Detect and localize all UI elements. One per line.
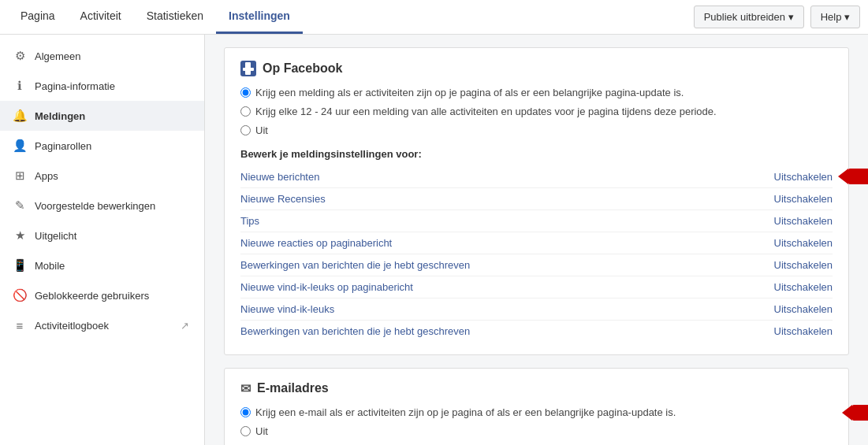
settings-row-1: Nieuwe berichten Uitschakelen [240,166,833,188]
email-radio-label-2: Uit [255,425,268,439]
email-radio-option-1: Krijg een e-mail als er activiteiten zij… [240,406,833,420]
sidebar-item-algemeen[interactable]: ⚙ Algemeen [0,41,204,71]
right-actions: Publiek uitbreiden ▾ Help ▾ [694,0,860,34]
email-title: ✉ E-mailadres [240,381,833,396]
row-4-label: Nieuwe reacties op paginabericht [240,237,392,249]
sidebar-item-label: Meldingen [35,110,192,122]
star-icon: ★ [13,228,27,243]
settings-row-2: Nieuwe Recensies Uitschakelen [240,188,833,210]
row-5-action[interactable]: Uitschakelen [774,259,833,271]
radio-label-2: Krijg elke 12 - 24 uur een melding van a… [255,105,717,119]
email-title-text: E-mailadres [257,381,329,395]
sidebar-item-label: Paginarollen [35,140,192,152]
settings-row-6: Nieuwe vind-ik-leuks op paginabericht Ui… [240,276,833,299]
sidebar-item-label: Apps [35,170,192,182]
gear-icon: ⚙ [13,49,27,63]
radio-option-1: Krijg een melding als er activiteiten zi… [240,86,833,100]
sidebar-item-meldingen[interactable]: 🔔 Meldingen [0,101,204,131]
settings-row-4: Nieuwe reacties op paginabericht Uitscha… [240,232,833,254]
sidebar-item-voorgestelde-bewerkingen[interactable]: ✎ Voorgestelde bewerkingen [0,191,204,221]
sidebar-item-geblokkeerde-gebruikers[interactable]: 🚫 Geblokkeerde gebruikers [0,280,204,310]
nav-tabs: Pagina Activiteit Statistieken Instellin… [8,0,694,34]
radio-option-2: Krijg elke 12 - 24 uur een melding van a… [240,105,833,119]
sidebar-item-label: Uitgelicht [35,230,192,242]
edit-icon: ✎ [13,198,27,213]
sidebar-item-mobile[interactable]: 📱 Mobile [0,250,204,280]
bell-icon: 🔔 [13,109,27,123]
sidebar-item-uitgelicht[interactable]: ★ Uitgelicht [0,221,204,250]
row-3-label: Tips [240,215,259,227]
sidebar-item-label: Mobile [35,260,192,272]
sidebar: ⚙ Algemeen ℹ Pagina-informatie 🔔 Melding… [0,35,205,445]
email-radio-input-1[interactable] [240,407,251,417]
tab-pagina[interactable]: Pagina [8,0,68,34]
settings-row-8: Bewerkingen van berichten die je hebt ge… [240,321,833,342]
main-layout: ⚙ Algemeen ℹ Pagina-informatie 🔔 Melding… [0,35,868,445]
tab-instellingen[interactable]: Instellingen [216,0,303,34]
row-2-action[interactable]: Uitschakelen [774,193,833,205]
row-6-action[interactable]: Uitschakelen [774,281,833,293]
uitschakelen-arrow [848,169,868,184]
publiek-uitbreiden-button[interactable]: Publiek uitbreiden ▾ [694,6,804,28]
user-icon: 👤 [13,139,27,153]
row-5-label: Bewerkingen van berichten die je hebt ge… [240,259,470,271]
apps-icon: ⊞ [13,169,27,183]
tab-statistieken[interactable]: Statistieken [134,0,216,34]
sidebar-item-apps[interactable]: ⊞ Apps [0,161,204,191]
email-radio-group: Krijg een e-mail als er activiteiten zij… [240,406,833,439]
email-arrow [852,405,868,421]
svg-rect-2 [243,68,254,71]
info-icon: ℹ [13,79,27,93]
help-button[interactable]: Help ▾ [810,6,860,28]
row-8-label: Bewerkingen van berichten die je hebt ge… [240,325,470,337]
list-icon: ≡ [13,318,27,332]
block-icon: 🚫 [13,288,27,302]
op-facebook-title-text: Op Facebook [263,61,342,76]
email-radio-option-2: Uit [240,425,833,439]
email-card: ✉ E-mailadres Krijg een e-mail als er ac… [224,368,849,445]
email-radio-label-1: Krijg een e-mail als er activiteiten zij… [255,406,676,420]
sidebar-item-activiteitlogboek[interactable]: ≡ Activiteitlogboek ↗ [0,310,204,340]
mobile-icon: 📱 [13,258,27,273]
facebook-radio-group: Krijg een melding als er activiteiten zi… [240,86,833,139]
row-2-label: Nieuwe Recensies [240,193,326,205]
op-facebook-card: Op Facebook Krijg een melding als er act… [224,47,849,355]
settings-row-3: Tips Uitschakelen [240,210,833,232]
settings-row-7: Nieuwe vind-ik-leuks Uitschakelen [240,299,833,321]
radio-input-2[interactable] [240,106,251,117]
radio-option-3: Uit [240,124,833,138]
sidebar-item-label: Pagina-informatie [35,80,192,92]
row-7-action[interactable]: Uitschakelen [774,303,833,315]
top-nav: Pagina Activiteit Statistieken Instellin… [0,0,868,35]
row-1-action[interactable]: Uitschakelen [774,171,833,183]
sidebar-item-label: Voorgestelde bewerkingen [35,200,192,212]
radio-label-3: Uit [255,124,268,138]
facebook-icon [240,61,256,76]
row-8-action[interactable]: Uitschakelen [774,325,833,337]
radio-input-1[interactable] [240,87,251,98]
external-link-icon: ↗ [177,318,192,332]
row-7-label: Nieuwe vind-ik-leuks [240,303,334,315]
settings-row-5: Bewerkingen van berichten die je hebt ge… [240,254,833,276]
main-content: Op Facebook Krijg een melding als er act… [205,35,868,445]
op-facebook-title: Op Facebook [240,61,833,76]
row-3-action[interactable]: Uitschakelen [774,215,833,227]
row-4-action[interactable]: Uitschakelen [774,237,833,249]
email-icon: ✉ [240,381,251,396]
row-1-label: Nieuwe berichten [240,171,319,183]
sidebar-item-label: Algemeen [35,50,192,62]
sidebar-item-label: Activiteitlogboek [35,320,170,332]
settings-label: Bewerk je meldingsinstellingen voor: [240,148,833,160]
sidebar-item-label: Geblokkeerde gebruikers [35,290,192,302]
radio-input-3[interactable] [240,125,251,135]
email-radio-input-2[interactable] [240,426,251,436]
row-6-label: Nieuwe vind-ik-leuks op paginabericht [240,281,413,293]
sidebar-item-pagina-informatie[interactable]: ℹ Pagina-informatie [0,71,204,101]
sidebar-item-paginarollen[interactable]: 👤 Paginarollen [0,131,204,161]
tab-activiteit[interactable]: Activiteit [68,0,134,34]
radio-label-1: Krijg een melding als er activiteiten zi… [255,86,684,100]
